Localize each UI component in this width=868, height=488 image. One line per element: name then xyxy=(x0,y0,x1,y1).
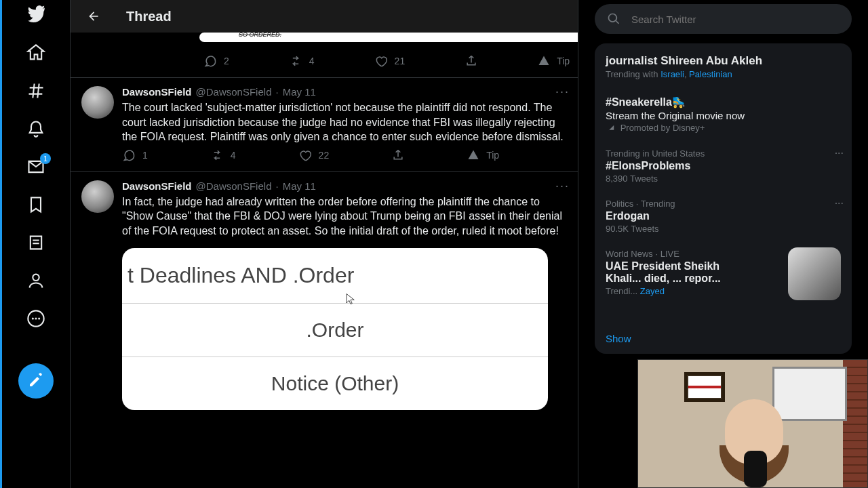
messages-badge: 1 xyxy=(40,153,51,164)
trend-sub: 8,390 Tweets xyxy=(606,174,841,184)
page-title: Thread xyxy=(126,9,172,24)
tip-label: Tip xyxy=(486,150,499,161)
main-column: Thread SO ORDERED. 2 4 21 xyxy=(70,0,578,488)
tweet-more-button[interactable]: ··· xyxy=(555,85,570,99)
retweet-button[interactable]: 4 xyxy=(210,148,236,162)
trend-link[interactable]: Zayed xyxy=(640,286,665,296)
trend-item[interactable]: Politics · Trending Erdogan 90.5K Tweets… xyxy=(595,192,852,242)
trend-title: Erdogan xyxy=(606,210,841,222)
like-button[interactable]: 22 xyxy=(298,148,330,162)
avatar[interactable] xyxy=(81,180,114,213)
show-more-link[interactable]: Show xyxy=(595,323,852,354)
trend-title: UAE President Sheikh Khali... died, ... … xyxy=(606,260,748,285)
home-icon[interactable] xyxy=(26,43,45,62)
profile-icon[interactable] xyxy=(26,271,45,290)
svg-point-3 xyxy=(38,317,40,319)
prev-tweet-actions: 2 4 21 Tip xyxy=(71,50,578,77)
like-count: 22 xyxy=(319,150,330,161)
compose-button[interactable] xyxy=(18,363,54,399)
retweet-button[interactable]: 4 xyxy=(289,54,315,68)
tweet-header: DawsonSField @DawsonSField · May 11 xyxy=(122,180,567,192)
reply-count: 2 xyxy=(224,56,229,66)
author-name[interactable]: DawsonSField xyxy=(122,86,192,98)
tweet[interactable]: DawsonSField @DawsonSField · May 11 The … xyxy=(71,77,578,171)
trend-sub: Stream the Original movie now xyxy=(606,110,841,121)
svg-point-1 xyxy=(32,317,34,319)
like-button[interactable]: 21 xyxy=(374,54,406,68)
news-thumbnail xyxy=(788,247,841,300)
tip-button[interactable]: Tip xyxy=(467,149,499,161)
messages-icon[interactable]: 1 xyxy=(26,157,45,176)
doc-row: Notice (Other) xyxy=(122,357,548,410)
search-icon xyxy=(607,12,620,26)
reply-button[interactable]: 1 xyxy=(122,148,148,162)
left-nav: 1 xyxy=(2,0,70,488)
tip-label: Tip xyxy=(557,56,570,66)
reply-button[interactable]: 2 xyxy=(203,54,229,68)
tweet[interactable]: DawsonSField @DawsonSField · May 11 In f… xyxy=(71,171,578,410)
tweet-date[interactable]: May 11 xyxy=(283,180,316,192)
explore-icon[interactable] xyxy=(26,81,45,100)
trend-link[interactable]: Palestinian xyxy=(689,69,732,79)
trend-title: #Sneakerella🛼 xyxy=(606,96,841,108)
notifications-icon[interactable] xyxy=(26,119,45,138)
back-button[interactable] xyxy=(81,4,106,28)
embedded-image[interactable]: t Deadlines AND .Order .Order Notice (Ot… xyxy=(122,248,548,410)
tweet-header: DawsonSField @DawsonSField · May 11 xyxy=(122,86,567,98)
trend-title: #ElonsProblems xyxy=(606,160,841,172)
twitter-logo-icon[interactable] xyxy=(26,5,45,24)
share-button[interactable] xyxy=(465,54,478,68)
prev-tweet-image-fragment[interactable]: SO ORDERED. xyxy=(199,33,578,42)
trend-more-button[interactable]: ··· xyxy=(835,197,844,209)
tweet-more-button[interactable]: ··· xyxy=(555,179,570,193)
trend-title: journalist Shireen Abu Akleh xyxy=(606,54,841,68)
reply-count: 1 xyxy=(142,150,148,161)
retweet-count: 4 xyxy=(231,150,236,161)
avatar[interactable] xyxy=(81,86,114,119)
tweet-date[interactable]: May 11 xyxy=(283,86,316,98)
feed: SO ORDERED. 2 4 21 xyxy=(71,33,578,488)
trends-panel: journalist Shireen Abu Akleh Trending wi… xyxy=(595,43,852,354)
trend-item-promoted[interactable]: #Sneakerella🛼 Stream the Original movie … xyxy=(595,87,852,142)
trend-promoted: Promoted by Disney+ xyxy=(606,123,841,134)
share-button[interactable] xyxy=(391,148,405,162)
trend-more-button[interactable]: ··· xyxy=(835,147,844,159)
trend-meta: Trending in United States xyxy=(606,148,841,159)
tip-button[interactable]: Tip xyxy=(538,55,570,67)
trend-link[interactable]: Israeli xyxy=(660,69,684,79)
search-box[interactable] xyxy=(595,4,852,34)
trend-sub: Trending with Israeli, Palestinian xyxy=(606,69,841,79)
lists-icon[interactable] xyxy=(26,233,45,252)
tweet-text: The court lacked 'subject-matter jurisdi… xyxy=(122,100,567,144)
doc-row: .Order xyxy=(122,303,548,357)
bookmarks-icon[interactable] xyxy=(26,195,45,214)
author-handle[interactable]: @DawsonSField xyxy=(196,180,272,192)
more-icon[interactable] xyxy=(26,309,45,328)
trend-item[interactable]: journalist Shireen Abu Akleh Trending wi… xyxy=(595,46,852,87)
promoted-icon xyxy=(606,124,615,134)
svg-point-2 xyxy=(35,317,37,319)
trend-item-news[interactable]: World News · LIVE UAE President Sheikh K… xyxy=(595,242,852,323)
search-input[interactable] xyxy=(631,14,840,25)
tweet-text: In fact, the judge had already written t… xyxy=(122,195,567,239)
like-count: 21 xyxy=(395,56,406,66)
trend-sub: 90.5K Tweets xyxy=(606,224,841,234)
trend-item[interactable]: Trending in United States #ElonsProblems… xyxy=(595,142,852,192)
thread-header: Thread xyxy=(71,0,578,33)
webcam-overlay xyxy=(637,359,868,488)
trend-meta: Politics · Trending xyxy=(606,199,841,209)
author-handle[interactable]: @DawsonSField xyxy=(196,86,272,98)
author-name[interactable]: DawsonSField xyxy=(122,180,192,192)
doc-row: t Deadlines AND .Order xyxy=(122,248,548,303)
retweet-count: 4 xyxy=(309,56,315,66)
